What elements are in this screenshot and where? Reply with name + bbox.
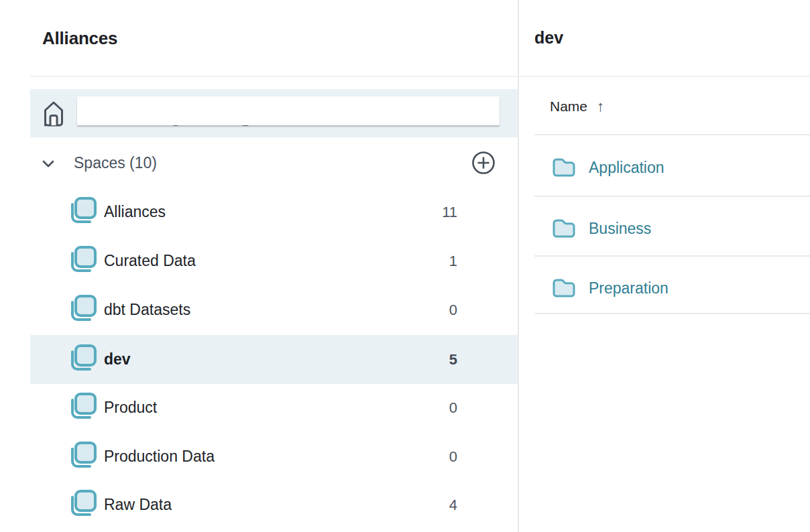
sidebar-item-label: Production Data: [104, 448, 215, 466]
sidebar-item-production-data[interactable]: Production Data 0: [30, 432, 518, 481]
sidebar-title-divider: [30, 76, 518, 77]
item-count: 0: [449, 399, 457, 417]
item-count: 4: [449, 496, 457, 514]
name-header-label: Name: [550, 98, 587, 114]
sidebar-item-dev[interactable]: dev 5: [30, 335, 518, 384]
folder-row-preparation[interactable]: Preparation: [534, 258, 810, 318]
sidebar-title: Alliances: [42, 28, 117, 49]
row-divider: [534, 313, 810, 314]
sidebar-item-label: Alliances: [104, 203, 166, 221]
space-icon: [67, 489, 98, 520]
sidebar-item-label: Curated Data: [104, 252, 196, 270]
folder-link[interactable]: Business: [589, 220, 651, 238]
sidebar-item-label: dbt Datasets: [104, 301, 190, 319]
space-icon: [67, 392, 98, 423]
item-count: 11: [442, 204, 457, 221]
content-panel: dev Name↑ Application Business: [519, 0, 810, 532]
row-divider: [534, 255, 810, 257]
folder-link[interactable]: Application: [589, 159, 664, 177]
page-title: dev: [534, 28, 563, 48]
space-icon: [67, 196, 98, 227]
home-icon: [42, 98, 66, 128]
item-count: 1: [449, 253, 457, 270]
space-icon: [67, 441, 98, 472]
chevron-down-icon[interactable]: [39, 154, 58, 173]
sidebar: Alliances Spaces (10): [0, 0, 518, 532]
title-divider: [519, 76, 810, 77]
sidebar-item-raw-data[interactable]: Raw Data 4: [30, 480, 518, 529]
folder-icon: [553, 219, 575, 238]
sort-ascending-icon: ↑: [597, 98, 604, 115]
sidebar-item-label: Raw Data: [104, 496, 172, 514]
sidebar-item-label: dev: [104, 350, 131, 369]
folder-row-application[interactable]: Application: [534, 137, 810, 198]
spaces-section-label[interactable]: Spaces (10): [74, 154, 157, 172]
space-icon: [67, 344, 98, 375]
home-row[interactable]: [30, 89, 518, 137]
folder-icon: [553, 158, 575, 177]
folder-row-business[interactable]: Business: [534, 198, 810, 259]
sidebar-item-dbt-datasets[interactable]: dbt Datasets 0: [30, 285, 518, 334]
item-count: 5: [449, 351, 457, 369]
space-icon: [67, 245, 98, 276]
space-icon: [67, 294, 98, 325]
plus-circle-icon: [471, 150, 496, 176]
item-count: 0: [449, 448, 457, 466]
row-divider: [534, 196, 810, 197]
folder-icon: [553, 279, 575, 297]
add-space-button[interactable]: [471, 150, 496, 176]
item-count: 0: [449, 302, 457, 319]
sidebar-item-curated-data[interactable]: Curated Data 1: [30, 237, 518, 285]
sidebar-item-product[interactable]: Product 0: [30, 383, 518, 432]
sidebar-item-alliances[interactable]: Alliances 11: [30, 188, 518, 237]
sidebar-item-label: Product: [104, 399, 157, 417]
name-column-header[interactable]: Name↑: [550, 98, 604, 115]
row-divider: [534, 134, 810, 135]
app-root: Alliances Spaces (10): [0, 0, 810, 532]
folder-link[interactable]: Preparation: [589, 279, 669, 297]
redacted-home-label: [77, 96, 500, 125]
spaces-section-header: Spaces (10): [30, 148, 518, 178]
